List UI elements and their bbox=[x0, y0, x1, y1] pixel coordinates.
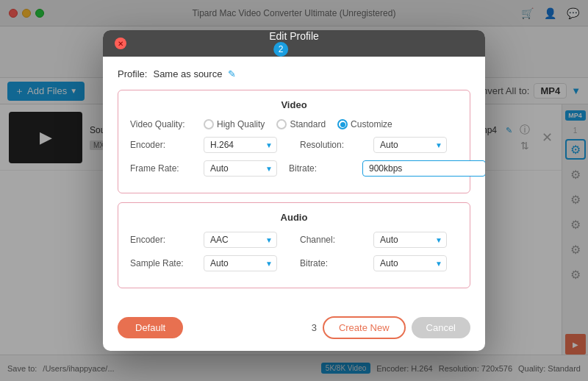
bitrate-col: Bitrate: bbox=[289, 160, 485, 184]
video-quality-label: Video Quality: bbox=[130, 119, 196, 129]
quality-high[interactable]: High Quality bbox=[204, 119, 265, 129]
samplerate-select[interactable]: Auto bbox=[204, 255, 277, 271]
profile-value: Same as source bbox=[153, 68, 222, 79]
channel-select[interactable]: Auto bbox=[373, 232, 447, 248]
audio-bitrate-select-wrapper: Auto ▼ bbox=[373, 255, 447, 271]
resolution-col: Resolution: Auto ▼ bbox=[300, 137, 458, 160]
audio-section: Audio Encoder: AAC ▼ bbox=[118, 202, 470, 288]
framerate-bitrate-row: Frame Rate: Auto ▼ Bitrate: bbox=[130, 160, 458, 184]
quality-standard[interactable]: Standard bbox=[276, 119, 326, 129]
video-bitrate-label: Bitrate: bbox=[289, 163, 355, 174]
resolution-label: Resolution: bbox=[300, 140, 366, 150]
modal-body: Profile: Same as source ✎ Video Video Qu… bbox=[103, 57, 485, 309]
video-quality-row: Video Quality: High Quality Standard bbox=[130, 119, 458, 129]
default-button[interactable]: Default bbox=[118, 317, 183, 338]
modal-header: ✕ Edit Profile 2 bbox=[103, 30, 485, 57]
modal-overlay: ✕ Edit Profile 2 Profile: Same as source… bbox=[0, 0, 588, 381]
channel-label: Channel: bbox=[300, 235, 366, 245]
audio-bitrate-label: Bitrate: bbox=[300, 258, 366, 268]
radio-standard bbox=[276, 119, 287, 129]
video-encoder-select[interactable]: H.264 bbox=[204, 137, 277, 153]
encoder-col: Encoder: H.264 ▼ bbox=[130, 137, 288, 160]
framerate-col: Frame Rate: Auto ▼ bbox=[130, 160, 277, 184]
quality-radio-group: High Quality Standard Customize bbox=[204, 119, 392, 129]
audio-bitrate-select[interactable]: Auto bbox=[373, 255, 447, 271]
quality-customize[interactable]: Customize bbox=[337, 119, 392, 129]
framerate-select-wrapper: Auto ▼ bbox=[204, 160, 277, 177]
modal-close-button[interactable]: ✕ bbox=[115, 38, 126, 49]
modal-footer: Default 3 Create New Cancel bbox=[103, 309, 485, 351]
audio-encoder-label: Encoder: bbox=[130, 235, 196, 245]
video-encoder-label: Encoder: bbox=[130, 140, 196, 150]
channel-col: Channel: Auto ▼ bbox=[300, 232, 458, 255]
samplerate-select-wrapper: Auto ▼ bbox=[204, 255, 277, 271]
video-section: Video Video Quality: High Quality Standa… bbox=[118, 90, 470, 193]
framerate-select[interactable]: Auto bbox=[204, 160, 277, 177]
samplerate-audiobitrate-row: Sample Rate: Auto ▼ Bitrate: bbox=[130, 255, 458, 279]
audio-encoder-col: Encoder: AAC ▼ bbox=[130, 232, 288, 255]
radio-high bbox=[204, 119, 214, 129]
edit-profile-modal: ✕ Edit Profile 2 Profile: Same as source… bbox=[103, 30, 485, 351]
framerate-label: Frame Rate: bbox=[130, 163, 196, 174]
resolution-select[interactable]: Auto bbox=[373, 137, 447, 153]
samplerate-col: Sample Rate: Auto ▼ bbox=[130, 255, 288, 279]
radio-customize bbox=[337, 119, 348, 129]
encoder-select-wrapper: H.264 ▼ bbox=[204, 137, 277, 153]
video-section-title: Video bbox=[130, 99, 458, 110]
footer-right: 3 Create New Cancel bbox=[312, 316, 470, 339]
step-3-label: 3 bbox=[312, 322, 317, 333]
profile-row: Profile: Same as source ✎ bbox=[118, 68, 470, 79]
resolution-select-wrapper: Auto ▼ bbox=[373, 137, 447, 153]
audio-section-title: Audio bbox=[130, 212, 458, 223]
profile-label: Profile: bbox=[118, 68, 147, 79]
cancel-button[interactable]: Cancel bbox=[412, 317, 470, 338]
audio-encoder-select-wrapper: AAC ▼ bbox=[204, 232, 277, 248]
audio-bitrate-col: Bitrate: Auto ▼ bbox=[300, 255, 458, 279]
audio-encoder-channel-row: Encoder: AAC ▼ Channel: bbox=[130, 232, 458, 255]
video-bitrate-input[interactable] bbox=[362, 160, 485, 177]
profile-edit-icon[interactable]: ✎ bbox=[228, 68, 236, 79]
create-new-button[interactable]: Create New bbox=[323, 316, 406, 339]
encoder-resolution-row: Encoder: H.264 ▼ Resolution: bbox=[130, 137, 458, 160]
channel-select-wrapper: Auto ▼ bbox=[373, 232, 447, 248]
step-2-badge: 2 bbox=[273, 42, 288, 57]
samplerate-label: Sample Rate: bbox=[130, 258, 196, 268]
audio-encoder-select[interactable]: AAC bbox=[204, 232, 277, 248]
modal-title: Edit Profile 2 bbox=[269, 30, 319, 57]
